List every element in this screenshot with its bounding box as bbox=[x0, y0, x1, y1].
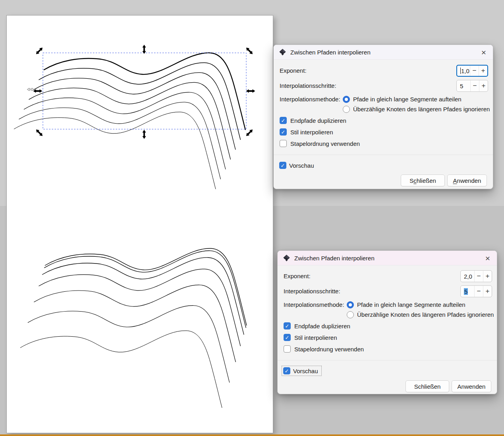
quadratic-interpolation-curves[interactable] bbox=[42, 258, 244, 335]
interpolate-style-label[interactable]: Stil interpolieren bbox=[294, 334, 337, 342]
dialog-separator bbox=[274, 155, 493, 155]
duplicate-endpaths-label[interactable]: Endpfade duplizieren bbox=[294, 322, 350, 330]
scale-handle-arrow-icon[interactable] bbox=[142, 45, 146, 54]
preview-checkbox[interactable]: ✓ bbox=[279, 162, 286, 169]
method-label: Interpolationsmethode: bbox=[280, 95, 340, 103]
method-radio-ignore-nodes[interactable] bbox=[343, 106, 350, 113]
dialog-titlebar[interactable]: Zwischen Pfaden interpolieren × bbox=[278, 251, 497, 265]
scale-handle-arrow-icon[interactable] bbox=[35, 47, 44, 56]
scale-handle-arrow-icon[interactable] bbox=[245, 47, 254, 56]
duplicate-endpaths-checkbox[interactable]: ✓ bbox=[284, 322, 291, 329]
preview-control[interactable]: ✓ Vorschau bbox=[282, 366, 321, 376]
increment-button[interactable]: + bbox=[483, 286, 492, 297]
apply-button[interactable]: Anwenden bbox=[452, 380, 491, 392]
close-icon[interactable]: × bbox=[480, 48, 488, 56]
interpolate-dialog-1: Zwischen Pfaden interpolieren × Exponent… bbox=[273, 45, 493, 189]
close-button[interactable]: Schließen bbox=[401, 174, 445, 186]
exponent-spinner[interactable]: 2,0 − + bbox=[460, 270, 492, 282]
duplicate-endpaths-label[interactable]: Endpfade duplizieren bbox=[290, 117, 346, 125]
method-option-label[interactable]: Pfade in gleich lange Segmente aufteilen bbox=[353, 95, 462, 103]
close-button[interactable]: Schließen bbox=[406, 380, 449, 392]
increment-button[interactable]: + bbox=[479, 80, 488, 91]
dialog-title: Zwischen Pfaden interpolieren bbox=[294, 255, 375, 262]
text-caret bbox=[460, 68, 461, 74]
steps-spinner[interactable]: 5 − + bbox=[456, 80, 488, 92]
steps-spinner[interactable]: 5 − + bbox=[460, 285, 492, 297]
exponent-label: Exponent: bbox=[280, 67, 307, 75]
scale-handle-arrow-icon[interactable] bbox=[35, 128, 44, 138]
decrement-button[interactable]: − bbox=[470, 80, 479, 91]
method-option-label[interactable]: Überzählige Knoten des längeren Pfades i… bbox=[353, 105, 490, 113]
preview-control[interactable]: ✓ Vorschau bbox=[278, 161, 317, 170]
steps-value[interactable]: 5 bbox=[461, 286, 474, 297]
zorder-label[interactable]: Stapelordnung verwenden bbox=[294, 345, 364, 353]
exponent-value[interactable]: 2,0 bbox=[461, 271, 474, 282]
interpolate-style-label[interactable]: Stil interpolieren bbox=[290, 128, 333, 136]
decrement-button[interactable]: − bbox=[474, 271, 483, 282]
quadratic-interpolation-curves[interactable] bbox=[34, 285, 236, 362]
interpolate-dialog-2: Zwischen Pfaden interpolieren × Exponent… bbox=[277, 250, 497, 394]
zorder-checkbox[interactable] bbox=[284, 345, 291, 353]
preview-label: Vorschau bbox=[289, 162, 314, 169]
method-radio-equal-segments[interactable] bbox=[347, 301, 354, 308]
quadratic-interpolation-curves[interactable] bbox=[28, 306, 230, 383]
increment-button[interactable]: + bbox=[483, 271, 492, 282]
linear-interpolation-curves[interactable] bbox=[44, 53, 245, 130]
method-option-label[interactable]: Überzählige Knoten des längeren Pfades i… bbox=[357, 311, 494, 319]
method-radio-equal-segments[interactable] bbox=[343, 96, 350, 103]
exponent-value[interactable]: 1,0 bbox=[457, 66, 470, 76]
method-radio-ignore-nodes[interactable] bbox=[347, 311, 354, 318]
duplicate-endpaths-checkbox[interactable]: ✓ bbox=[280, 117, 287, 124]
decrement-button[interactable]: − bbox=[474, 286, 483, 297]
scale-handle-arrow-icon[interactable] bbox=[245, 128, 254, 138]
method-label: Interpolationsmethode: bbox=[284, 301, 344, 309]
exponent-label: Exponent: bbox=[284, 272, 311, 280]
dialog-title: Zwischen Pfaden interpolieren bbox=[290, 49, 371, 56]
inkscape-logo-icon bbox=[279, 48, 286, 56]
scale-handle-arrow-icon[interactable] bbox=[33, 89, 42, 93]
dialog-separator bbox=[278, 360, 497, 360]
linear-interpolation-curves[interactable] bbox=[14, 112, 216, 189]
quadratic-interpolation-curves[interactable] bbox=[44, 251, 246, 328]
steps-label: Interpolationsschritte: bbox=[284, 287, 340, 295]
scale-handle-arrow-icon[interactable] bbox=[246, 89, 255, 93]
zorder-checkbox[interactable] bbox=[280, 140, 287, 147]
inkscape-logo-icon bbox=[283, 254, 290, 262]
close-icon[interactable]: × bbox=[484, 254, 492, 262]
steps-value[interactable]: 5 bbox=[457, 80, 470, 91]
dialog-titlebar[interactable]: Zwischen Pfaden interpolieren × bbox=[274, 45, 493, 60]
bottom-accent-bar bbox=[0, 434, 504, 436]
decrement-button[interactable]: − bbox=[470, 66, 479, 76]
preview-label: Vorschau bbox=[293, 368, 318, 374]
quadratic-interpolation-curves[interactable] bbox=[39, 269, 241, 346]
interpolate-style-checkbox[interactable]: ✓ bbox=[284, 334, 291, 341]
increment-button[interactable]: + bbox=[479, 66, 487, 76]
quadratic-interpolation-curves[interactable] bbox=[20, 331, 222, 408]
interpolate-style-checkbox[interactable]: ✓ bbox=[280, 128, 287, 136]
mouse-cursor-resize-icon bbox=[27, 88, 34, 91]
preview-checkbox[interactable]: ✓ bbox=[283, 367, 290, 374]
exponent-spinner[interactable]: 1,0 − + bbox=[456, 65, 488, 77]
method-option-label[interactable]: Pfade in gleich lange Segmente aufteilen bbox=[357, 301, 465, 309]
selection-bounding-box bbox=[43, 53, 246, 129]
steps-label: Interpolationsschritte: bbox=[280, 82, 336, 90]
scale-handle-arrow-icon[interactable] bbox=[142, 130, 146, 139]
apply-button[interactable]: Anwenden bbox=[447, 174, 487, 186]
zorder-label[interactable]: Stapelordnung verwenden bbox=[290, 140, 360, 148]
